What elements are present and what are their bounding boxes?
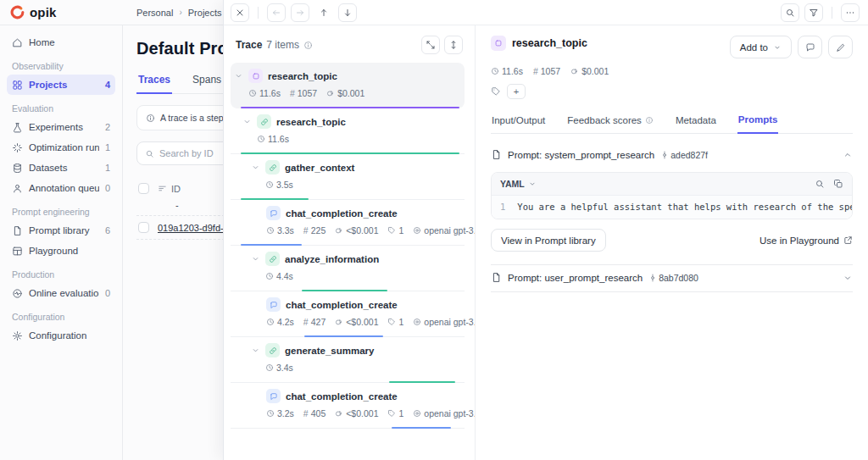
tree-row-llm-span[interactable]: chat_completion_create 4.2s #427 <$0.001… [231,291,465,337]
tree-row-llm-span[interactable]: chat_completion_create 3.3s #225 <$0.001… [231,200,465,246]
chevron-down-icon[interactable] [234,71,243,80]
sidebar-item-annotation-queues[interactable]: Annotation queues 0 [7,178,115,198]
expand-all-button[interactable] [421,36,440,54]
sidebar-section-prompt-engineering: Prompt engineering [7,198,115,220]
filter-button[interactable] [804,3,823,22]
prompt-code-line: 1 You are a helpful assistant that helps… [492,196,852,219]
expand-vertical-button[interactable] [444,36,463,54]
up-span-button[interactable] [314,3,333,22]
tokens-icon: # [303,225,309,236]
trace-detail-sheet: Trace7 items research_topic 11.6s #1057 [223,0,868,460]
sidebar-item-label: Configuration [29,330,110,341]
prev-trace-button[interactable] [267,3,286,22]
chevron-down-icon[interactable] [251,254,260,263]
tree-row-trace[interactable]: research_topic 11.6s #1057 $0.001 [231,63,465,108]
breadcrumb-personal[interactable]: Personal [136,8,173,18]
copy-icon[interactable] [833,179,843,189]
prompt-header[interactable]: Prompt: system_prompt_research aded827f [491,146,853,163]
span-link-icon [265,343,280,357]
llm-chat-icon [266,206,281,220]
close-icon[interactable] [231,3,249,22]
down-span-button[interactable] [338,3,357,22]
tokens-icon: # [303,317,309,327]
clock-icon [248,89,257,97]
span-name: generate_summary [285,346,374,356]
chevron-down-icon[interactable] [843,273,853,283]
view-in-prompt-library-button[interactable]: View in Prompt library [491,229,606,252]
cost-icon [326,89,335,97]
more-icon [845,8,855,18]
clock-icon [491,67,499,75]
tree-row-span[interactable]: analyze_information 4.4s [231,246,465,291]
sidebar-item-home[interactable]: Home [7,32,115,53]
sidebar-item-experiments[interactable]: Experiments 2 [7,117,115,137]
sidebar-item-configuration[interactable]: Configuration [7,325,115,346]
llm-chat-icon [266,389,281,403]
prompt-header[interactable]: Prompt: user_prompt_research 8ab7d080 [491,269,853,286]
chevron-down-icon[interactable] [251,346,260,355]
select-all-checkbox[interactable] [138,183,149,194]
id-column-header[interactable]: ID [158,184,181,194]
sidebar-item-online-evaluation[interactable]: Online evaluation 0 [7,283,115,303]
chevron-up-icon[interactable] [843,150,853,160]
span-link-icon [265,252,280,266]
tree-row-span[interactable]: gather_context 3.5s [231,154,465,200]
sidebar-item-prompt-library[interactable]: Prompt library 6 [7,220,115,241]
format-select[interactable]: YAML [500,179,537,189]
next-trace-button[interactable] [291,3,309,22]
search-icon[interactable] [815,179,825,189]
tab-traces[interactable]: Traces [136,70,172,94]
tab-prompts[interactable]: Prompts [737,112,779,134]
chevron-down-icon[interactable] [251,163,260,172]
more-options-button[interactable] [841,3,860,22]
row-checkbox[interactable] [138,222,149,233]
commit-icon [648,274,657,282]
sidebar-item-playground[interactable]: Playground [7,241,115,261]
tab-metadata[interactable]: Metadata [675,112,717,133]
span-name: chat_completion_create [286,391,398,402]
gear-icon [12,330,23,341]
edit-button[interactable] [828,36,853,58]
trace-id-link[interactable]: 019a1203-d9fd-... [158,223,231,233]
app-logo[interactable]: opik [0,5,123,19]
chevron-down-icon [773,43,782,52]
tree-title: Trace7 items [236,39,313,51]
optimization-icon [12,142,23,153]
prompt-section-system: Prompt: system_prompt_research aded827f … [491,146,853,265]
trace-icon [248,69,263,83]
span-name: chat_completion_create [286,208,398,219]
tree-row-span[interactable]: research_topic 11.6s [231,108,465,154]
pencil-icon [836,42,846,53]
use-in-playground-link[interactable]: Use in Playground [760,236,853,246]
sidebar-item-projects[interactable]: Projects 4 [7,75,115,95]
comment-button[interactable] [798,36,822,58]
file-icon [12,225,23,236]
clock-icon [265,180,274,189]
tab-spans[interactable]: Spans [191,70,223,93]
trace-title: research_topic [512,37,587,49]
arrow-right-icon [295,8,305,18]
span-name: research_topic [276,117,346,127]
tab-feedback-scores[interactable]: Feedback scores [566,112,654,133]
tree-row-llm-span[interactable]: chat_completion_create 3.2s #405 <$0.001… [231,383,465,429]
sidebar-item-optimization-runs[interactable]: Optimization runs 1 [7,137,115,158]
add-to-button[interactable]: Add to [730,36,792,58]
add-tag-button[interactable]: + [507,84,526,99]
comment-icon [805,42,815,53]
tag-icon [491,86,501,97]
chevron-down-icon[interactable] [242,117,252,126]
sidebar-item-label: Playground [29,246,110,256]
tree-row-span[interactable]: generate_summary 3.4s [231,337,465,383]
vertical-expand-icon [448,40,459,50]
tab-input-output[interactable]: Input/Output [491,112,546,133]
clock-icon [265,363,274,372]
sidebar-item-label: Home [29,37,110,47]
sidebar-item-datasets[interactable]: Datasets 1 [7,158,115,178]
clock-icon [257,135,265,143]
document-icon [491,149,502,160]
commit-icon [660,151,669,159]
annotation-icon [12,183,23,194]
breadcrumb-projects[interactable]: Projects [188,8,222,18]
search-button[interactable] [781,3,799,22]
document-icon [491,272,502,283]
